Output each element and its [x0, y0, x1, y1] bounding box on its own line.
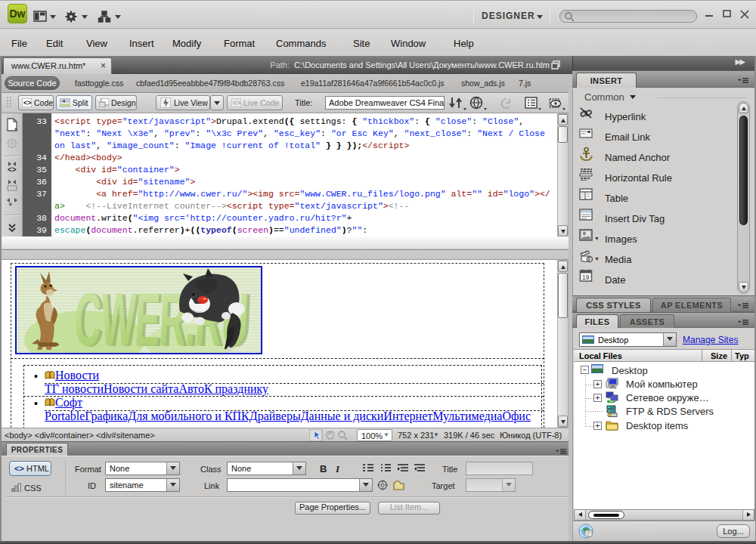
svg-text:<>: <>: [233, 99, 241, 107]
svg-text:<>: <>: [23, 99, 32, 107]
svg-text:*: *: [9, 201, 13, 210]
svg-text:<>: <>: [8, 165, 17, 174]
svg-text:19: 19: [582, 274, 590, 281]
